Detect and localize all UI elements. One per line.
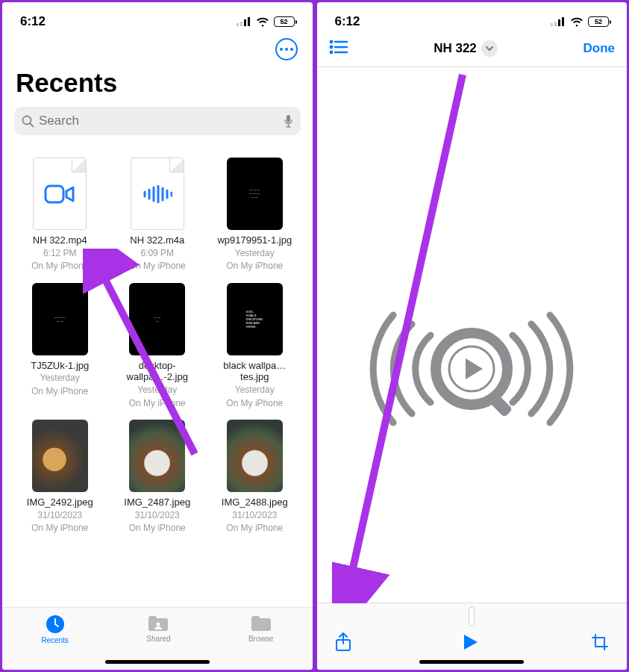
svg-rect-21 xyxy=(551,23,553,26)
file-item-image[interactable]: — — —— — TJ5ZUk-1.jpg Yesterday On My iP… xyxy=(11,283,109,409)
image-thumbnail: — —— xyxy=(129,283,185,355)
preview-area xyxy=(317,67,628,670)
title-text: NH 322 xyxy=(434,41,477,56)
file-item-image[interactable]: — — —— — —— — wp9179951-1.jpg Yesterday … xyxy=(206,158,304,273)
video-thumbnail xyxy=(33,158,87,230)
file-time: 31/10/2023 xyxy=(232,510,277,522)
battery-icon: 52 xyxy=(274,16,295,27)
tab-shared[interactable]: Shared xyxy=(146,614,170,643)
cellular-icon xyxy=(551,17,566,26)
file-item-image[interactable]: IMG_2488.jpeg 31/10/2023 On My iPhone xyxy=(206,420,304,535)
svg-rect-1 xyxy=(240,22,242,26)
file-name: IMG_2492.jpeg xyxy=(27,494,93,508)
status-time: 6:12 xyxy=(20,14,46,29)
tab-recents[interactable]: Recents xyxy=(41,614,69,644)
file-name: IMG_2488.jpeg xyxy=(222,494,288,508)
audio-thumbnail xyxy=(131,158,184,230)
home-indicator[interactable] xyxy=(105,660,210,664)
nav-bar: NH 322 Done xyxy=(317,32,628,67)
svg-rect-23 xyxy=(558,19,560,26)
file-location: On My iPhone xyxy=(31,523,88,535)
image-thumbnail: GOD.GOALS.DISCIPLINE.RISE ANDGRIND. xyxy=(227,283,283,355)
status-icons: 52 xyxy=(237,16,295,27)
svg-rect-10 xyxy=(46,186,63,202)
search-bar[interactable] xyxy=(14,107,301,135)
file-location: On My iPhone xyxy=(129,523,186,535)
file-time: 31/10/2023 xyxy=(135,510,180,522)
share-button[interactable] xyxy=(335,632,351,656)
file-time: Yesterday xyxy=(235,385,275,396)
file-time: 31/10/2023 xyxy=(37,510,82,522)
file-name: NH 322.mp4 xyxy=(33,231,87,246)
file-time: Yesterday xyxy=(40,373,80,385)
video-icon xyxy=(44,183,75,205)
svg-point-29 xyxy=(330,52,331,53)
file-item-image[interactable]: IMG_2492.jpeg 31/10/2023 On My iPhone xyxy=(11,420,109,535)
file-name: black wallpa…tes.jpg xyxy=(210,357,299,383)
image-thumbnail xyxy=(32,420,88,492)
svg-rect-9 xyxy=(287,115,290,122)
svg-point-25 xyxy=(330,41,331,43)
file-time: Yesterday xyxy=(235,248,275,260)
file-item-audio[interactable]: NH 322.m4a 6:09 PM On My iPhone xyxy=(109,158,207,273)
done-button[interactable]: Done xyxy=(583,41,615,56)
svg-point-5 xyxy=(285,48,288,51)
file-location: On My iPhone xyxy=(226,261,283,273)
file-time: Yesterday xyxy=(137,385,177,396)
cellular-icon xyxy=(237,17,251,26)
mic-icon[interactable] xyxy=(284,114,293,128)
file-item-image[interactable]: — —— desktop-wallpa…-2.jpg Yesterday On … xyxy=(109,283,207,409)
svg-rect-2 xyxy=(244,19,246,26)
search-icon xyxy=(22,115,34,128)
file-location: On My iPhone xyxy=(129,398,186,410)
waveform-icon xyxy=(143,185,172,203)
page-title: Recents xyxy=(14,65,301,107)
file-name: IMG_2487.jpeg xyxy=(124,494,190,508)
audio-preview-screen: 6:12 52 NH 322 Done xyxy=(317,2,628,670)
image-thumbnail xyxy=(227,420,283,492)
status-icons: 52 xyxy=(551,16,609,27)
chevron-down-icon xyxy=(481,40,498,57)
file-location: On My iPhone xyxy=(226,523,283,535)
folder-icon xyxy=(250,614,272,633)
status-time: 6:12 xyxy=(335,14,360,29)
play-button[interactable] xyxy=(463,633,479,654)
svg-rect-24 xyxy=(562,17,564,26)
svg-point-19 xyxy=(157,623,160,626)
file-grid: NH 322.mp4 6:12 PM On My iPhone NH 322.m… xyxy=(2,143,313,535)
file-time: 6:09 PM xyxy=(140,248,174,260)
file-name: NH 322.m4a xyxy=(130,231,184,246)
image-thumbnail: — — —— — xyxy=(32,283,88,355)
file-location: On My iPhone xyxy=(31,261,88,273)
image-thumbnail xyxy=(129,420,185,492)
crop-button[interactable] xyxy=(591,633,609,654)
home-indicator[interactable] xyxy=(419,660,524,664)
svg-rect-3 xyxy=(248,17,250,26)
scrubber-row xyxy=(317,603,628,630)
folder-shared-icon xyxy=(147,614,169,633)
status-bar: 6:12 52 xyxy=(317,2,628,32)
file-item-video[interactable]: NH 322.mp4 6:12 PM On My iPhone xyxy=(11,158,109,273)
file-item-image[interactable]: IMG_2487.jpeg 31/10/2023 On My iPhone xyxy=(109,420,207,535)
image-thumbnail: — — —— — —— — xyxy=(227,158,283,230)
files-app-recents: 6:12 52 Recents NH 322.mp4 xyxy=(2,2,313,670)
file-name: wp9179951-1.jpg xyxy=(217,231,292,246)
file-location: On My iPhone xyxy=(129,261,186,273)
svg-rect-22 xyxy=(554,22,557,26)
scrubber-handle[interactable] xyxy=(469,607,475,626)
audio-placeholder-icon xyxy=(348,302,595,436)
tab-browse[interactable]: Browse xyxy=(248,614,273,643)
wifi-icon xyxy=(256,17,269,27)
clock-icon xyxy=(45,614,66,635)
header: Recents xyxy=(2,32,313,143)
svg-line-8 xyxy=(31,123,34,126)
file-name: desktop-wallpa…-2.jpg xyxy=(113,357,202,383)
more-options-button[interactable] xyxy=(275,38,298,60)
search-input[interactable] xyxy=(39,113,279,128)
status-bar: 6:12 52 xyxy=(2,2,313,32)
svg-point-4 xyxy=(280,48,283,51)
file-time: 6:12 PM xyxy=(43,248,77,260)
list-button[interactable] xyxy=(329,40,348,57)
file-item-image[interactable]: GOD.GOALS.DISCIPLINE.RISE ANDGRIND. blac… xyxy=(206,283,304,409)
nav-title[interactable]: NH 322 xyxy=(434,40,498,57)
